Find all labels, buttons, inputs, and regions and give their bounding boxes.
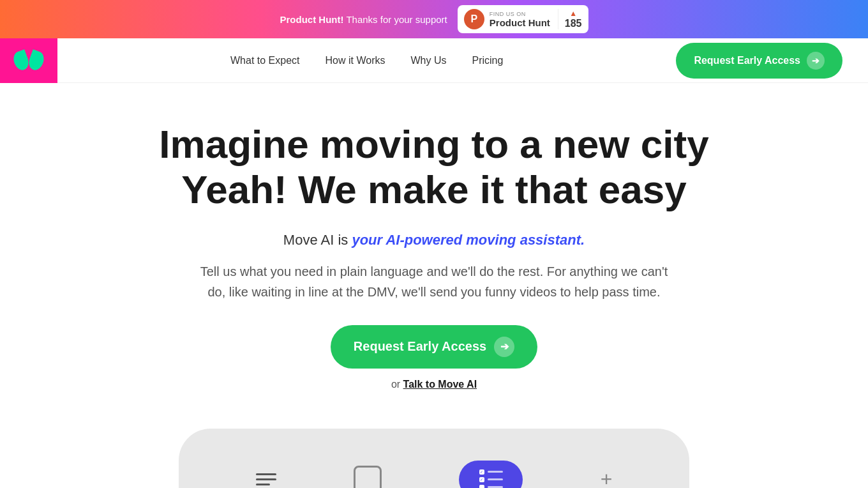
nav-item-what-to-expect[interactable]: What to Expect bbox=[230, 55, 300, 66]
banner-bold: Product Hunt! bbox=[280, 14, 343, 25]
hero-title-line1: Imagine moving to a new city bbox=[159, 122, 708, 166]
hero-cta-arrow-icon: ➔ bbox=[494, 337, 514, 357]
hero-title: Imagine moving to a new city Yeah! We ma… bbox=[13, 121, 855, 213]
product-hunt-badge[interactable]: P FIND US ON Product Hunt ▲ 185 bbox=[458, 5, 588, 33]
nav-links: What to Expect How it Works Why Us Prici… bbox=[57, 55, 676, 66]
hero-section: Imagine moving to a new city Yeah! We ma… bbox=[0, 83, 868, 416]
banner-text: Product Hunt! Thanks for your support bbox=[280, 14, 447, 25]
ph-info: FIND US ON Product Hunt bbox=[490, 11, 550, 28]
nav-link-why-us[interactable]: Why Us bbox=[410, 55, 446, 66]
plus-icon: + bbox=[601, 468, 613, 488]
ph-number: 185 bbox=[565, 18, 582, 29]
nav-item-pricing[interactable]: Pricing bbox=[472, 55, 503, 66]
chat-icon-preview[interactable] bbox=[354, 466, 382, 488]
logo-icon bbox=[14, 51, 43, 70]
leaf-left-icon bbox=[11, 49, 31, 72]
ph-name-label: Product Hunt bbox=[490, 17, 550, 28]
ph-find-label: FIND US ON bbox=[490, 11, 550, 17]
ph-vote-count: ▲ 185 bbox=[558, 9, 582, 29]
hero-cta-button[interactable]: Request Early Access ➔ bbox=[331, 325, 537, 369]
nav-item-why-us[interactable]: Why Us bbox=[410, 55, 446, 66]
checklist-icon: ✓ ✓ bbox=[459, 461, 523, 488]
hero-subtitle-highlight: your AI-powered moving assistant. bbox=[352, 232, 585, 248]
nav-link-pricing[interactable]: Pricing bbox=[472, 55, 503, 66]
chat-bubble-icon bbox=[354, 466, 382, 488]
nav-cta-button[interactable]: Request Early Access ➔ bbox=[676, 43, 842, 79]
hero-subtitle: Move AI is your AI-powered moving assist… bbox=[13, 232, 855, 248]
hero-cta-wrapper: Request Early Access ➔ bbox=[13, 325, 855, 379]
leaf-right-icon bbox=[27, 49, 47, 72]
app-preview: ✓ ✓ + bbox=[0, 416, 868, 488]
hero-subtitle-plain: Move AI is bbox=[283, 232, 352, 248]
logo[interactable] bbox=[0, 38, 57, 83]
add-button-icon[interactable]: + bbox=[601, 468, 613, 488]
nav-cta-label: Request Early Access bbox=[694, 55, 800, 66]
talk-to-move-ai-link[interactable]: Talk to Move AI bbox=[403, 379, 477, 390]
nav-link-what-to-expect[interactable]: What to Expect bbox=[230, 55, 300, 66]
top-banner: Product Hunt! Thanks for your support P … bbox=[0, 0, 868, 38]
hamburger-menu-icon[interactable] bbox=[256, 473, 276, 485]
hero-description: Tell us what you need in plain language … bbox=[191, 261, 677, 302]
hero-cta-label: Request Early Access bbox=[354, 339, 486, 354]
hamburger-lines-icon bbox=[256, 473, 276, 485]
phone-shell: ✓ ✓ + bbox=[179, 429, 689, 488]
checklist-button[interactable]: ✓ ✓ bbox=[459, 461, 523, 488]
nav-item-how-it-works[interactable]: How it Works bbox=[326, 55, 385, 66]
hero-alt-text: or Talk to Move AI bbox=[13, 379, 855, 390]
nav-cta-arrow-icon: ➔ bbox=[807, 52, 825, 70]
hero-title-line2: Yeah! We make it that easy bbox=[181, 167, 686, 211]
ph-logo-icon: P bbox=[464, 9, 484, 29]
navbar: What to Expect How it Works Why Us Prici… bbox=[0, 38, 868, 83]
ph-arrow-icon: ▲ bbox=[569, 9, 577, 18]
nav-link-how-it-works[interactable]: How it Works bbox=[326, 55, 385, 66]
